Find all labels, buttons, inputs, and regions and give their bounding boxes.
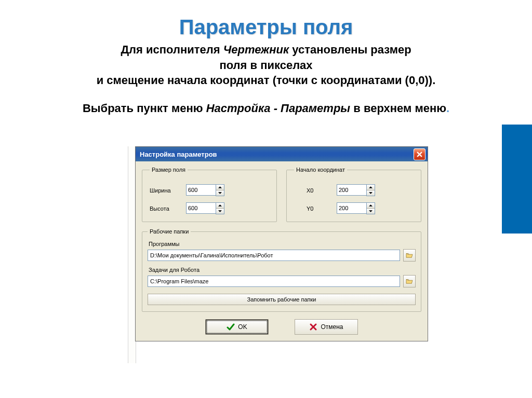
folders-group: Рабочие папки Программы Задачи для Робот… xyxy=(142,228,421,312)
chevron-up-icon xyxy=(369,204,373,207)
spin-down-button[interactable] xyxy=(367,209,375,214)
origin-legend: Начало координат xyxy=(294,167,347,173)
remember-folders-button[interactable]: Запомнить рабочие папки xyxy=(148,294,416,305)
slide-description: Для исполнителя Чертежник установлены ра… xyxy=(31,42,501,88)
spin-down-button[interactable] xyxy=(216,190,224,196)
text: установлены размер xyxy=(289,43,411,56)
spin-down-button[interactable] xyxy=(216,209,224,214)
spin-down-button[interactable] xyxy=(367,190,375,196)
chevron-down-icon xyxy=(218,210,222,212)
titlebar-text: Настройка параметров xyxy=(140,150,414,158)
text-em: Настройка - Параметры xyxy=(206,102,350,115)
titlebar[interactable]: Настройка параметров xyxy=(136,147,428,161)
tasks-label: Задачи для Робота xyxy=(149,267,416,273)
slide-title: Параметры поля xyxy=(0,16,532,39)
spin-up-button[interactable] xyxy=(367,185,375,190)
text: и смещение начала координат (точки с коо… xyxy=(97,74,436,87)
tasks-path-input[interactable] xyxy=(148,276,400,287)
cross-icon xyxy=(309,323,317,331)
y0-label: Y0 xyxy=(294,205,337,212)
ok-label: OK xyxy=(238,323,247,331)
x0-stepper[interactable] xyxy=(337,184,375,196)
folders-legend: Рабочие папки xyxy=(148,228,191,235)
settings-dialog: Настройка параметров Размер поля Ширина xyxy=(135,146,428,341)
width-input[interactable] xyxy=(186,184,216,196)
programs-label: Программы xyxy=(149,241,416,247)
height-input[interactable] xyxy=(186,202,216,214)
folder-open-icon xyxy=(406,278,413,284)
text: Выбрать пункт меню xyxy=(83,102,206,115)
close-button[interactable] xyxy=(414,148,425,160)
chevron-up-icon xyxy=(218,186,222,188)
field-size-legend: Размер поля xyxy=(150,167,188,173)
height-stepper[interactable] xyxy=(186,202,224,214)
dialog-body: Размер поля Ширина Высота xyxy=(136,161,428,341)
cancel-button[interactable]: Отмена xyxy=(295,319,358,335)
text-em: Чертежник xyxy=(223,43,289,56)
text: поля в пикселах xyxy=(219,59,312,72)
cancel-label: Отмена xyxy=(321,323,343,331)
spin-up-button[interactable] xyxy=(216,185,224,190)
x0-label: X0 xyxy=(294,187,337,194)
ok-button[interactable]: OK xyxy=(205,319,269,335)
spin-up-button[interactable] xyxy=(367,203,375,209)
dialog-button-row: OK Отмена xyxy=(142,319,421,335)
slide-instruction: Выбрать пункт меню Настройка - Параметры… xyxy=(31,101,501,116)
check-icon xyxy=(227,323,235,331)
programs-path-input[interactable] xyxy=(148,250,400,261)
chevron-down-icon xyxy=(218,192,222,194)
chevron-down-icon xyxy=(369,192,373,194)
y0-input[interactable] xyxy=(337,202,366,214)
slide-accent-bar xyxy=(502,125,532,234)
field-size-group: Размер поля Ширина Высота xyxy=(142,167,277,222)
y0-stepper[interactable] xyxy=(337,202,375,214)
browse-tasks-button[interactable] xyxy=(403,275,416,287)
browse-programs-button[interactable] xyxy=(403,249,416,262)
text: Для исполнителя xyxy=(121,43,223,56)
width-stepper[interactable] xyxy=(186,184,224,196)
chevron-up-icon xyxy=(218,204,222,207)
height-label: Высота xyxy=(150,205,186,212)
text: в верхнем меню xyxy=(350,102,446,115)
close-icon xyxy=(417,152,422,157)
chevron-up-icon xyxy=(369,186,373,188)
text-dot: . xyxy=(446,102,449,115)
origin-group: Начало координат X0 Y0 xyxy=(286,167,421,222)
chevron-down-icon xyxy=(369,210,373,212)
x0-input[interactable] xyxy=(337,184,366,196)
folder-open-icon xyxy=(406,252,413,258)
width-label: Ширина xyxy=(150,187,186,194)
spin-up-button[interactable] xyxy=(216,203,224,209)
